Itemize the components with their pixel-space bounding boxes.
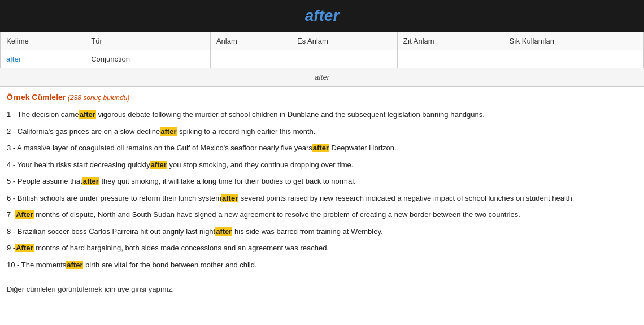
sentence-number: 10 <box>7 261 15 269</box>
sentence-after: several points raised by new research in… <box>238 194 574 202</box>
word-table: Kelime Tür Anlam Eş Anlam Zıt Anlam Sık … <box>0 32 644 68</box>
sentence-after: birth are vital for the bond between mot… <box>83 261 256 269</box>
sentence-highlight: after <box>160 127 177 136</box>
sentence-before: - A massive layer of coagulated oil rema… <box>11 144 312 152</box>
sentence-before: - Your health risks start decreasing qui… <box>11 161 150 169</box>
sentence-after: vigorous debate following the murder of … <box>96 110 485 119</box>
cell-sik-kullanilan <box>503 50 644 68</box>
col-kelime: Kelime <box>1 32 85 50</box>
footer-text: Diğer cümleleri görüntülemek için üye gi… <box>7 285 174 293</box>
sentence-after: they quit smoking, it will take a long t… <box>99 177 356 185</box>
sentence: 1 - The decision cameafter vigorous deba… <box>7 106 637 123</box>
sentence-after: Deepwater Horizon. <box>329 144 397 152</box>
sentence-after: you stop smoking, and they continue drop… <box>167 161 354 169</box>
sentence: 10 - The momentsafter birth are vital fo… <box>7 257 637 274</box>
sentence-after: his side was barred from training at Wem… <box>232 227 382 236</box>
sentence-highlight: after <box>150 161 167 169</box>
sentence-before: - California's gas prices are on a slow … <box>11 127 160 136</box>
sentence-before: - <box>11 244 15 252</box>
cell-kelime[interactable]: after <box>1 50 85 68</box>
cell-es-anlam <box>291 50 397 68</box>
sentence-before: - Brazilian soccer boss Carlos Parreira … <box>11 227 215 236</box>
cell-tur: Conjunction <box>85 50 211 68</box>
sentence-after: months of hard bargaining, both sides ma… <box>34 244 329 252</box>
sentence-after: spiking to a record high earlier this mo… <box>177 127 315 136</box>
cell-anlam <box>210 50 291 68</box>
example-header: Örnek Cümleler (238 sonuç bulundu) <box>7 93 637 102</box>
header-title: after <box>305 7 340 24</box>
sentence-highlight: after <box>79 110 96 119</box>
col-sik-kullanilan: Sık Kullanılan <box>503 32 644 50</box>
sentence-highlight: after <box>312 144 329 152</box>
sentence: 8 - Brazilian soccer boss Carlos Parreir… <box>7 223 637 240</box>
footer-note: Diğer cümleleri görüntülemek için üye gi… <box>0 279 644 299</box>
subtitle-row: after <box>0 68 644 86</box>
sentence-before: - The moments <box>15 261 66 269</box>
col-zit-anlam: Zıt Anlam <box>397 32 503 50</box>
sentence-highlight: After <box>15 210 33 219</box>
sentence-after: months of dispute, North and South Sudan… <box>34 210 520 219</box>
sentence-before: - <box>11 210 15 219</box>
example-header-section: Örnek Cümleler (238 sonuç bulundu) <box>0 87 644 102</box>
cell-zit-anlam <box>397 50 503 68</box>
col-es-anlam: Eş Anlam <box>291 32 397 50</box>
sentence-before: - The decision came <box>11 110 79 119</box>
col-anlam: Anlam <box>210 32 291 50</box>
col-tur: Tür <box>85 32 211 50</box>
sentence-highlight: after <box>215 227 232 236</box>
sentence-highlight: After <box>15 244 33 252</box>
sentence: 6 - British schools are under pressure t… <box>7 190 637 207</box>
sentence: 3 - A massive layer of coagulated oil re… <box>7 140 637 157</box>
word-row: after Conjunction <box>1 50 644 68</box>
sentence: 7 -After months of dispute, North and So… <box>7 206 637 223</box>
word-link[interactable]: after <box>6 55 21 63</box>
sentence: 5 - People assume thatafter they quit sm… <box>7 173 637 190</box>
sentence-highlight: after <box>221 194 238 202</box>
sentences-section: 1 - The decision cameafter vigorous deba… <box>0 106 644 279</box>
page-header: after <box>0 0 644 32</box>
sentence: 4 - Your health risks start decreasing q… <box>7 157 637 174</box>
subtitle-text: after <box>315 73 329 81</box>
sentence-before: - British schools are under pressure to … <box>11 194 221 202</box>
sentence-before: - People assume that <box>11 177 82 185</box>
sentence-highlight: after <box>66 261 83 269</box>
sentence: 9 -After months of hard bargaining, both… <box>7 240 637 257</box>
example-count: (238 sonuç bulundu) <box>68 94 129 102</box>
word-table-section: Kelime Tür Anlam Eş Anlam Zıt Anlam Sık … <box>0 32 644 87</box>
sentence: 2 - California's gas prices are on a slo… <box>7 123 637 140</box>
example-title: Örnek Cümleler <box>7 93 66 102</box>
sentence-highlight: after <box>82 177 99 185</box>
